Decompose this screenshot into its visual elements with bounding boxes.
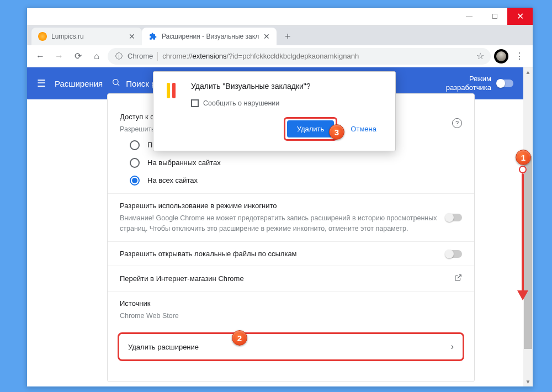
window-minimize-button[interactable]: — [457,8,482,25]
window-titlebar: — ☐ ✕ [27,8,533,25]
tab-extensions[interactable]: Расширения - Визуальные закл ✕ [142,28,277,45]
radio-all-sites[interactable]: На всех сайтах [130,176,462,186]
store-link-label: Перейти в Интернет-магазин Chrome [120,274,244,283]
svg-line-2 [458,275,461,278]
file-urls-toggle[interactable] [445,250,462,258]
cancel-button[interactable]: Отмена [343,120,384,137]
url-text: chrome://extensions/?id=pchfckkccldkbclg… [162,52,359,60]
incognito-toggle[interactable] [445,214,462,221]
page-content: ☰ Расширения Поиск р Режим разработчика … [27,67,533,386]
omnibox[interactable]: ⓘ Chrome chrome://extensions/?id=pchfckk… [108,48,491,65]
radio-icon [130,176,140,186]
source-value: Chrome Web Store [120,311,462,321]
scrollbar-down-icon[interactable]: ▼ [523,377,533,386]
report-abuse-label: Сообщить о нарушении [203,99,279,107]
nav-home-button[interactable]: ⌂ [89,49,104,64]
remove-extension-row[interactable]: Удалить расширение › [118,332,464,361]
remove-extension-label: Удалить расширение [128,343,199,351]
search-placeholder: Поиск р [126,79,156,88]
nav-back-button[interactable]: ← [33,49,48,64]
annotation-arrow-start [519,166,527,173]
help-icon[interactable]: ? [452,118,462,128]
url-scheme-label: Chrome [128,52,153,60]
radio-label: На выбранных сайтах [147,158,221,167]
site-info-icon[interactable]: ⓘ [114,52,123,61]
menu-icon[interactable]: ☰ [37,77,46,89]
address-bar: ← → ⟳ ⌂ ⓘ Chrome chrome://extensions/?id… [27,45,533,67]
page-title: Расширения [55,79,103,88]
scrollbar-up-icon[interactable]: ▲ [523,67,533,77]
tab-lumpics[interactable]: Lumpics.ru ✕ [31,28,142,45]
source-section: Источник Chrome Web Store [108,292,474,329]
annotation-marker-2: 2 [232,330,247,346]
chrome-web-store-link[interactable]: Перейти в Интернет-магазин Chrome [108,266,474,292]
search-area[interactable]: Поиск р [112,78,156,89]
radio-specific-sites[interactable]: На выбранных сайтах [130,158,462,168]
chevron-right-icon: › [451,342,454,352]
open-external-icon [454,274,462,283]
nav-forward-button[interactable]: → [51,49,67,64]
annotation-arrow-shaft [522,173,524,292]
file-urls-section: Разрешить открывать локальные файлы по с… [108,242,474,266]
extension-logo-icon [164,82,182,99]
radio-icon [130,158,140,168]
browser-window: — ☐ ✕ Lumpics.ru ✕ Расширения - Визуальн… [26,7,533,387]
confirm-remove-dialog: Удалить "Визуальные закладки"? Сообщить … [153,71,396,151]
developer-mode-label: Режим разработчика [446,75,491,92]
new-tab-button[interactable]: + [280,29,295,44]
tab-strip: Lumpics.ru ✕ Расширения - Визуальные зак… [27,25,533,45]
tab-close-icon[interactable]: ✕ [129,32,135,41]
svg-point-0 [113,80,118,84]
window-maximize-button[interactable]: ☐ [482,8,507,25]
report-abuse-checkbox[interactable]: Сообщить о нарушении [191,99,384,107]
incognito-description: Внимание! Google Chrome не может предотв… [120,213,462,234]
window-close-button[interactable]: ✕ [507,8,533,25]
dialog-title: Удалить "Визуальные закладки"? [191,82,384,91]
bookmark-star-icon[interactable]: ☆ [476,51,484,61]
tab-close-icon[interactable]: ✕ [263,32,270,41]
scrollbar-thumb[interactable] [524,156,532,349]
checkbox-icon [191,99,199,107]
confirm-remove-button[interactable]: Удалить [287,120,335,137]
svg-line-1 [118,84,119,86]
file-urls-title: Разрешить открывать локальные файлы по с… [120,250,462,258]
tab-label: Lumpics.ru [51,33,84,40]
annotation-marker-3: 3 [329,124,344,140]
profile-avatar-button[interactable] [494,49,508,63]
annotation-arrow-head-icon [517,290,528,300]
incognito-title: Разрешить использование в режиме инкогни… [120,202,462,210]
scrollbar[interactable]: ▲ ▼ [523,67,533,386]
nav-reload-button[interactable]: ⟳ [70,49,86,64]
favicon-extension-icon [148,32,157,41]
radio-icon [130,140,140,150]
developer-mode-toggle[interactable] [497,80,513,87]
annotation-marker-1: 1 [516,150,531,165]
browser-menu-button[interactable]: ⋮ [512,49,527,64]
tab-label: Расширения - Визуальные закл [162,33,259,40]
favicon-lumpics-icon [38,32,47,41]
developer-mode-control: Режим разработчика [446,75,513,92]
divider [157,52,158,61]
source-label: Источник [120,299,462,308]
incognito-section: Разрешить использование в режиме инкогни… [108,194,474,242]
radio-label: На всех сайтах [147,176,198,184]
search-icon [112,78,120,89]
